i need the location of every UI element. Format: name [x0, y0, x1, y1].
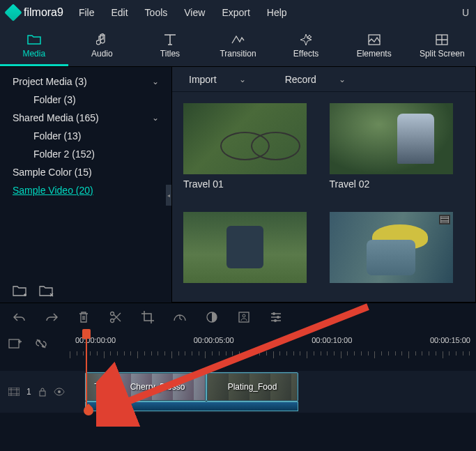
- image-icon: [367, 33, 381, 46]
- media-item[interactable]: Travel 02: [330, 103, 465, 204]
- text-icon: [163, 33, 177, 46]
- media-thumbnail: [330, 212, 453, 283]
- tab-transition[interactable]: Transition: [204, 25, 272, 66]
- timeline-ruler[interactable]: 00:00:00:00 00:00:05:00 00:00:10:00 00:0…: [70, 330, 476, 368]
- eye-icon[interactable]: [54, 388, 65, 396]
- menu-help[interactable]: Help: [260, 3, 294, 22]
- menu-export[interactable]: Export: [215, 3, 256, 22]
- svg-point-9: [277, 316, 279, 319]
- titlebar-right: U: [462, 7, 469, 18]
- svg-point-10: [274, 319, 277, 322]
- split-button[interactable]: [109, 310, 123, 324]
- chevron-down-icon: ⌄: [339, 75, 346, 84]
- media-thumbnail: [330, 103, 453, 174]
- delete-button[interactable]: [77, 310, 91, 324]
- chevron-down-icon: ⌄: [239, 75, 246, 84]
- lock-icon[interactable]: [38, 387, 47, 397]
- track-content[interactable]: T Cherry_Blosso Plating_Food: [70, 371, 476, 413]
- media-item[interactable]: Travel 01: [183, 103, 318, 204]
- media-thumbnail: [183, 212, 307, 283]
- tab-audio[interactable]: Audio: [68, 25, 137, 66]
- svg-point-14: [58, 390, 61, 393]
- adjust-button[interactable]: [269, 310, 283, 324]
- chevron-down-icon: ⌄: [152, 113, 159, 123]
- transition-icon: [231, 33, 245, 46]
- video-track[interactable]: 1 T Cherry_Blosso Plating_Food: [0, 371, 476, 413]
- import-dropdown[interactable]: Import⌄: [189, 74, 246, 85]
- clip[interactable]: T: [85, 372, 109, 402]
- speed-button[interactable]: [173, 310, 187, 324]
- color-button[interactable]: [205, 310, 219, 324]
- clip[interactable]: Cherry_Blosso: [109, 372, 206, 402]
- tab-splitscreen[interactable]: Split Screen: [408, 25, 476, 66]
- tree-sample-color[interactable]: Sample Color (15): [0, 163, 171, 181]
- tree-shared-media[interactable]: Shared Media (165)⌄: [0, 109, 171, 127]
- tab-titles[interactable]: Titles: [136, 25, 204, 66]
- app-logo: filmora9: [7, 6, 63, 19]
- svg-rect-2: [440, 216, 449, 223]
- playhead[interactable]: [86, 330, 87, 414]
- track-number: 1: [26, 387, 31, 397]
- menu-tools[interactable]: Tools: [138, 3, 175, 22]
- svg-point-7: [243, 314, 245, 317]
- tab-media[interactable]: Media: [0, 25, 68, 66]
- tree-folder-3[interactable]: Folder 2 (152): [0, 145, 171, 163]
- tree-folder-2[interactable]: Folder (13): [0, 127, 171, 145]
- track-area: 1 T Cherry_Blosso Plating_Food: [0, 371, 476, 418]
- tab-elements[interactable]: Elements: [340, 25, 408, 66]
- greenscreen-button[interactable]: [237, 310, 251, 324]
- add-marker-button[interactable]: [8, 337, 22, 350]
- filmstrip-icon: [8, 388, 20, 396]
- edit-toolbar: [0, 303, 476, 330]
- chevron-down-icon: ⌄: [152, 77, 159, 86]
- delete-folder-button[interactable]: [39, 284, 54, 297]
- folder-icon: [27, 33, 41, 46]
- unlink-button[interactable]: [35, 337, 47, 350]
- svg-point-4: [111, 319, 114, 322]
- menu-file[interactable]: File: [72, 3, 102, 22]
- collapse-sidebar-button[interactable]: ◂: [166, 185, 171, 206]
- media-thumbnail: [183, 103, 307, 174]
- media-item[interactable]: [330, 212, 465, 297]
- app-name: filmora9: [24, 6, 63, 19]
- svg-point-8: [272, 312, 275, 315]
- media-sidebar: Project Media (3)⌄ Folder (3) Shared Med…: [0, 67, 171, 303]
- tree-project-media[interactable]: Project Media (3)⌄: [0, 72, 171, 91]
- tree-sample-video[interactable]: Sample Video (20): [0, 181, 171, 199]
- titlebar: filmora9 File Edit Tools View Export Hel…: [0, 0, 476, 25]
- media-item[interactable]: [183, 212, 318, 297]
- new-folder-button[interactable]: [13, 284, 28, 297]
- undo-button[interactable]: [13, 310, 26, 324]
- redo-button[interactable]: [45, 310, 59, 324]
- tab-effects[interactable]: Effects: [272, 25, 340, 66]
- clip[interactable]: Plating_Food: [206, 372, 298, 402]
- media-panel: Import⌄ Record⌄ Travel 01 Travel 02: [171, 67, 476, 303]
- crop-button[interactable]: [141, 310, 155, 324]
- music-icon: [95, 33, 109, 46]
- menu-edit[interactable]: Edit: [104, 3, 135, 22]
- svg-rect-12: [8, 388, 20, 396]
- menu-view[interactable]: View: [177, 3, 212, 22]
- ruler-ticks: [70, 351, 476, 360]
- svg-point-3: [111, 312, 114, 315]
- split-icon: [435, 33, 449, 46]
- sparkle-icon: [299, 33, 313, 46]
- svg-rect-11: [9, 339, 19, 348]
- svg-rect-13: [40, 391, 45, 396]
- filmstrip-icon: [439, 215, 450, 224]
- audio-strip[interactable]: [85, 402, 298, 411]
- logo-icon: [4, 3, 22, 21]
- tree-folder-1[interactable]: Folder (3): [0, 91, 171, 109]
- record-dropdown[interactable]: Record⌄: [285, 74, 346, 85]
- timeline-header: 00:00:00:00 00:00:05:00 00:00:10:00 00:0…: [0, 330, 476, 368]
- main-tabs: Media Audio Titles Transition Effects El…: [0, 25, 476, 67]
